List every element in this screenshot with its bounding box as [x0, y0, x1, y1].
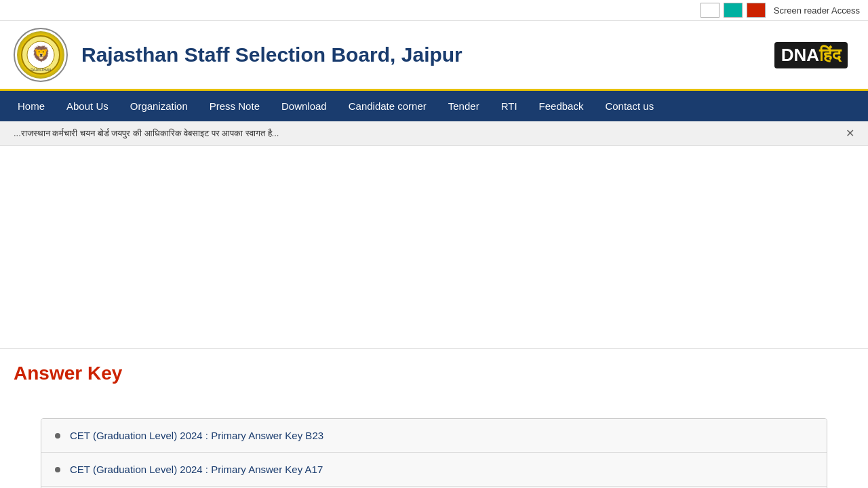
list-item[interactable]: CET (Graduation Level) 2024 : Primary An… — [41, 419, 827, 453]
nav-item-candidate-corner[interactable]: Candidate corner — [338, 91, 437, 121]
nav-item-rti[interactable]: RTI — [490, 91, 528, 121]
answer-key-section: Answer Key CET (Graduation Level) 2024 :… — [0, 349, 868, 488]
site-title: Rajasthan Staff Selection Board, Jaipur — [81, 43, 774, 66]
ticker-text: ...राजस्थान कर्मचारी चयन बोर्ड जयपुर की … — [14, 128, 279, 139]
teal-theme-button[interactable] — [724, 3, 743, 18]
bullet-icon — [55, 433, 60, 439]
dna-logo-container: DNAहिंद — [774, 42, 854, 68]
ticker-close[interactable]: ✕ — [846, 127, 854, 140]
nav-item-feedback[interactable]: Feedback — [528, 91, 595, 121]
nav-item-home[interactable]: Home — [7, 91, 56, 121]
main-navbar: Home About Us Organization Press Note Do… — [0, 91, 868, 121]
logo-emblem: 🦁 RAJASTHAN — [17, 31, 64, 79]
item-label: CET (Graduation Level) 2024 : Primary An… — [70, 430, 323, 441]
bullet-icon — [55, 467, 60, 472]
nav-item-download[interactable]: Download — [271, 91, 338, 121]
nav-item-about-us[interactable]: About Us — [56, 91, 119, 121]
white-theme-button[interactable] — [701, 3, 719, 18]
item-label: CET (Graduation Level) 2024 : Primary An… — [70, 464, 323, 475]
nav-item-tender[interactable]: Tender — [437, 91, 490, 121]
nav-item-contact-us[interactable]: Contact us — [594, 91, 665, 121]
site-header: 🦁 RAJASTHAN Rajasthan Staff Selection Bo… — [0, 21, 868, 91]
red-theme-button[interactable] — [747, 3, 766, 18]
news-ticker: ...राजस्थान कर्मचारी चयन बोर्ड जयपुर की … — [0, 121, 868, 146]
dna-logo: DNAहिंद — [774, 42, 848, 68]
list-item[interactable]: CET (Graduation Level) 2024 : Primary An… — [41, 453, 827, 487]
answer-key-title: Answer Key — [14, 363, 854, 384]
dna-text: DNA — [781, 45, 819, 65]
nav-item-organization[interactable]: Organization — [119, 91, 199, 121]
screen-reader-label: Screen reader Access — [774, 5, 860, 16]
dna-hindi-text: हिंद — [819, 45, 841, 65]
site-logo: 🦁 RAJASTHAN — [14, 28, 68, 82]
accessibility-bar: Screen reader Access — [0, 0, 868, 21]
content-area — [0, 146, 868, 349]
svg-text:🦁: 🦁 — [32, 45, 51, 63]
svg-text:RAJASTHAN: RAJASTHAN — [31, 68, 51, 72]
nav-item-press-note[interactable]: Press Note — [199, 91, 271, 121]
answer-key-list: CET (Graduation Level) 2024 : Primary An… — [41, 418, 827, 488]
